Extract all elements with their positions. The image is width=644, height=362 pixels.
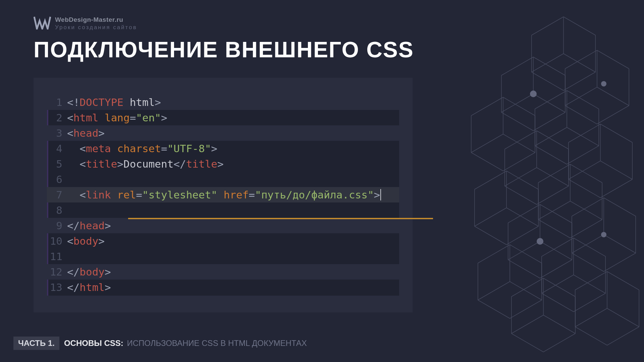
code-content: <!DOCTYPE html> xyxy=(67,95,161,110)
svg-line-48 xyxy=(471,153,503,171)
line-number: 9 xyxy=(47,218,67,233)
svg-line-47 xyxy=(503,153,535,171)
svg-point-136 xyxy=(601,81,606,86)
svg-line-95 xyxy=(508,204,540,223)
svg-line-12 xyxy=(565,106,597,124)
code-line: 10<body> xyxy=(47,233,399,249)
site-logo: WebDesign-Master.ru Уроки создания сайто… xyxy=(34,16,137,31)
svg-line-32 xyxy=(535,90,567,109)
svg-line-77 xyxy=(572,198,604,216)
svg-line-26 xyxy=(501,94,533,112)
svg-line-108 xyxy=(607,272,639,290)
svg-line-110 xyxy=(607,327,639,345)
svg-line-50 xyxy=(471,97,503,116)
footer-strong: ОСНОВЫ CSS: xyxy=(64,339,123,348)
svg-line-39 xyxy=(569,179,600,198)
code-line: 5 <title>Document</title> xyxy=(47,156,399,172)
svg-line-3 xyxy=(532,72,564,90)
svg-line-128 xyxy=(543,334,575,352)
svg-line-25 xyxy=(533,94,565,112)
line-number: 4 xyxy=(47,141,67,156)
line-number: 11 xyxy=(47,249,67,264)
svg-line-14 xyxy=(565,50,597,69)
line-number: 12 xyxy=(47,264,67,280)
svg-line-62 xyxy=(505,168,537,186)
logo-icon xyxy=(34,16,51,29)
svg-line-36 xyxy=(600,124,632,142)
svg-line-72 xyxy=(604,198,636,216)
svg-line-116 xyxy=(575,308,607,327)
svg-line-65 xyxy=(570,220,602,238)
svg-line-7 xyxy=(564,54,595,72)
svg-line-35 xyxy=(535,127,567,146)
svg-line-34 xyxy=(567,127,599,146)
svg-line-57 xyxy=(505,186,537,204)
code-block: 1<!DOCTYPE html>2<html lang="en">3<head>… xyxy=(34,78,413,312)
svg-point-138 xyxy=(601,232,606,237)
svg-line-17 xyxy=(565,87,597,106)
slide-footer: ЧАСТЬ 1. ОСНОВЫ CSS: ИСПОЛЬЗОВАНИЕ CSS В… xyxy=(13,337,307,350)
line-number: 6 xyxy=(47,172,67,187)
svg-line-115 xyxy=(607,308,639,327)
code-content: <body> xyxy=(67,233,105,249)
logo-site-name: WebDesign-Master.ru xyxy=(55,16,137,23)
svg-line-117 xyxy=(510,245,542,263)
svg-line-52 xyxy=(503,134,535,153)
svg-line-124 xyxy=(510,282,542,300)
svg-line-81 xyxy=(506,171,538,189)
code-content: <title>Document</title> xyxy=(67,156,224,172)
svg-line-120 xyxy=(478,300,510,318)
svg-line-133 xyxy=(543,315,575,334)
svg-line-104 xyxy=(542,238,574,256)
svg-line-63 xyxy=(570,164,602,183)
svg-line-111 xyxy=(575,327,607,345)
svg-line-101 xyxy=(574,293,605,312)
svg-line-30 xyxy=(535,146,567,164)
svg-line-18 xyxy=(533,57,565,75)
svg-line-126 xyxy=(543,278,575,297)
code-line: 4 <meta charset="UTF-8"> xyxy=(47,141,399,156)
footer-chip: ЧАСТЬ 1. xyxy=(13,337,59,350)
code-line: 9</head> xyxy=(47,218,399,233)
svg-line-125 xyxy=(478,282,510,300)
svg-line-90 xyxy=(540,204,572,223)
svg-point-137 xyxy=(537,238,543,245)
svg-line-54 xyxy=(537,131,569,149)
footer-dim: ИСПОЛЬЗОВАНИЕ CSS В HTML ДОКУМЕНТАХ xyxy=(127,339,307,348)
svg-line-21 xyxy=(501,112,533,131)
code-line: 6 xyxy=(47,172,399,187)
code-content: <head> xyxy=(67,125,105,141)
svg-point-135 xyxy=(530,90,537,97)
svg-line-53 xyxy=(471,134,503,153)
svg-line-61 xyxy=(537,168,569,186)
svg-line-38 xyxy=(600,179,632,198)
svg-line-56 xyxy=(537,186,569,204)
line-number: 10 xyxy=(47,233,67,249)
code-content: </head> xyxy=(67,218,111,233)
svg-line-20 xyxy=(533,112,565,131)
svg-line-29 xyxy=(567,146,599,164)
svg-line-107 xyxy=(542,275,574,293)
svg-line-131 xyxy=(512,278,543,297)
code-line: 3<head> xyxy=(47,125,399,141)
svg-line-86 xyxy=(475,171,506,189)
decorative-cubes xyxy=(423,13,644,355)
code-content: <link rel="stylesheet" href="путь/до/фай… xyxy=(67,187,381,202)
line-number: 3 xyxy=(47,125,67,141)
svg-line-93 xyxy=(508,260,540,278)
edit-underline xyxy=(128,218,433,219)
svg-line-23 xyxy=(501,57,533,75)
code-content: <html lang="en"> xyxy=(67,110,167,125)
svg-line-11 xyxy=(597,106,629,124)
svg-line-68 xyxy=(538,164,570,183)
svg-line-59 xyxy=(505,131,537,149)
svg-line-74 xyxy=(604,253,636,272)
svg-line-134 xyxy=(512,315,543,334)
code-editor: 1<!DOCTYPE html>2<html lang="en">3<head>… xyxy=(47,95,399,296)
svg-line-122 xyxy=(478,245,510,263)
svg-line-16 xyxy=(597,87,629,106)
svg-line-88 xyxy=(506,208,538,226)
code-line: 2<html lang="en"> xyxy=(47,110,399,125)
svg-line-44 xyxy=(569,161,600,179)
line-number: 5 xyxy=(47,156,67,172)
